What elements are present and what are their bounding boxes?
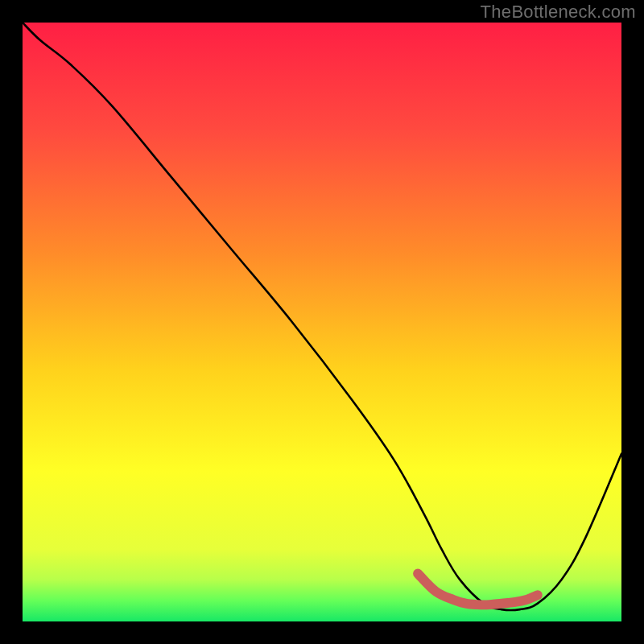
bottleneck-chart (23, 23, 621, 621)
gradient-background (23, 23, 621, 621)
chart-frame: TheBottleneck.com (0, 0, 644, 644)
watermark-text: TheBottleneck.com (481, 2, 636, 23)
